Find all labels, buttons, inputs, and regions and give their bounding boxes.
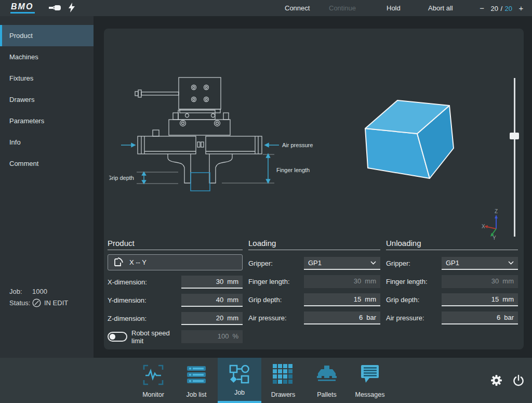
power-icon[interactable] bbox=[512, 374, 525, 387]
axis-indicator: Z X Y bbox=[479, 208, 510, 240]
product-section-title: Product bbox=[108, 239, 243, 250]
job-status-footer: Job: 1000 Status: IN EDIT bbox=[0, 285, 94, 308]
orientation-icon bbox=[113, 257, 123, 267]
status-value: IN EDIT bbox=[44, 299, 68, 307]
unloading-grip-depth-label: Grip depth: bbox=[386, 296, 442, 304]
loading-air-pressure-field[interactable]: 6 bar bbox=[304, 311, 380, 324]
plug-icon bbox=[49, 4, 61, 12]
status-label: Status: bbox=[9, 299, 32, 307]
lightning-icon bbox=[69, 3, 75, 13]
robot-speed-label: Robot speed limit bbox=[131, 329, 177, 345]
job-list-icon bbox=[185, 363, 208, 386]
orientation-button[interactable]: X -- Y bbox=[108, 254, 243, 270]
job-icon bbox=[228, 363, 251, 386]
loading-finger-length-field: 30 mm bbox=[304, 275, 380, 288]
y-dimension-label: Y-dimension: bbox=[108, 296, 181, 304]
robot-speed-toggle[interactable] bbox=[108, 332, 127, 342]
chevron-down-icon bbox=[508, 261, 514, 265]
unloading-air-pressure-field[interactable]: 6 bar bbox=[442, 311, 518, 324]
pallets-icon bbox=[315, 363, 339, 384]
unloading-grip-depth-field[interactable]: 15 mm bbox=[442, 293, 518, 306]
connect-button[interactable]: Connect bbox=[285, 0, 310, 16]
unloading-air-pressure-label: Air pressure: bbox=[386, 314, 442, 322]
loading-finger-length-label: Finger length: bbox=[248, 278, 304, 285]
tab-messages[interactable]: Messages bbox=[348, 358, 392, 403]
sidebar-item-parameters[interactable]: Parameters bbox=[0, 110, 94, 132]
decrement-button[interactable]: − bbox=[478, 4, 486, 12]
zoom-slider-track[interactable] bbox=[514, 78, 515, 237]
finger-length-label: Finger length bbox=[276, 167, 310, 173]
air-pressure-label: Air pressure bbox=[282, 142, 313, 148]
sidebar-item-info[interactable]: Info bbox=[0, 132, 94, 153]
loading-section: Loading Gripper: GP1 Finger length: 30 m… bbox=[248, 239, 380, 324]
tab-drawers[interactable]: Drawers bbox=[261, 358, 305, 403]
gripper-diagram: Air pressure Finger length Grip depth bbox=[109, 65, 327, 200]
x-dimension-label: X-dimension: bbox=[108, 278, 181, 286]
loading-gripper-label: Gripper: bbox=[248, 259, 304, 267]
job-label: Job: bbox=[9, 288, 32, 295]
unloading-gripper-label: Gripper: bbox=[386, 259, 442, 267]
jobs-current: 20 bbox=[491, 5, 498, 12]
unloading-finger-length-label: Finger length: bbox=[386, 278, 442, 285]
job-counter: − 20 / 20 + bbox=[478, 0, 525, 16]
sidebar-item-comment[interactable]: Comment bbox=[0, 153, 94, 174]
product-square bbox=[191, 173, 210, 191]
loading-section-title: Loading bbox=[248, 239, 380, 250]
tab-job-list[interactable]: Job list bbox=[175, 358, 218, 403]
bottom-navbar: Monitor Job list bbox=[0, 358, 532, 403]
orientation-value: X -- Y bbox=[129, 258, 147, 266]
messages-icon bbox=[359, 363, 381, 385]
unloading-section-title: Unloading bbox=[386, 239, 518, 250]
main-panel: Air pressure Finger length Grip depth Z … bbox=[104, 29, 524, 349]
edit-status-icon bbox=[32, 298, 41, 307]
tab-monitor[interactable]: Monitor bbox=[131, 358, 175, 403]
unloading-section: Unloading Gripper: GP1 Finger length: 30… bbox=[386, 239, 518, 324]
tab-job[interactable]: Job bbox=[218, 358, 261, 403]
jobs-total: 20 bbox=[505, 5, 512, 12]
increment-button[interactable]: + bbox=[517, 4, 525, 12]
z-dimension-label: Z-dimension: bbox=[108, 315, 181, 322]
monitor-icon bbox=[142, 363, 165, 386]
sidebar-item-product[interactable]: Product bbox=[0, 25, 94, 46]
z-dimension-field[interactable]: 20 mm bbox=[181, 312, 243, 325]
sidebar: Product Machines Fixtures Drawers Parame… bbox=[0, 16, 94, 358]
bmo-logo: BMO bbox=[10, 2, 35, 14]
axis-x-label: X bbox=[482, 224, 485, 229]
drawers-icon bbox=[272, 363, 294, 385]
zoom-slider-handle[interactable] bbox=[510, 133, 519, 139]
settings-gear-icon[interactable] bbox=[490, 374, 503, 387]
sidebar-item-machines[interactable]: Machines bbox=[0, 46, 94, 68]
topbar: BMO Connect Continue Hold Abort all − 20… bbox=[0, 0, 532, 16]
loading-gripper-dropdown[interactable]: GP1 bbox=[304, 257, 380, 270]
sidebar-item-drawers[interactable]: Drawers bbox=[0, 89, 94, 110]
sidebar-item-fixtures[interactable]: Fixtures bbox=[0, 68, 94, 89]
loading-grip-depth-field[interactable]: 15 mm bbox=[304, 293, 380, 306]
loading-grip-depth-label: Grip depth: bbox=[248, 296, 304, 304]
hold-button[interactable]: Hold bbox=[387, 0, 401, 16]
app-window: BMO Connect Continue Hold Abort all − 20… bbox=[0, 0, 532, 403]
continue-button[interactable]: Continue bbox=[329, 0, 356, 16]
product-section: Product X -- Y X-dimension: 30 mm Y-dime… bbox=[108, 239, 243, 343]
job-value: 1000 bbox=[32, 288, 47, 295]
chevron-down-icon bbox=[370, 261, 376, 265]
product-3d-preview[interactable] bbox=[343, 86, 478, 200]
unloading-finger-length-field: 30 mm bbox=[442, 275, 518, 288]
y-dimension-field[interactable]: 40 mm bbox=[181, 294, 243, 307]
x-dimension-field[interactable]: 30 mm bbox=[181, 276, 243, 289]
abort-all-button[interactable]: Abort all bbox=[428, 0, 453, 16]
tab-pallets[interactable]: Pallets bbox=[305, 358, 349, 403]
axis-z-label: Z bbox=[495, 209, 498, 214]
unloading-gripper-dropdown[interactable]: GP1 bbox=[442, 257, 518, 270]
loading-air-pressure-label: Air pressure: bbox=[248, 314, 304, 322]
robot-speed-field[interactable]: 100 % bbox=[181, 330, 243, 343]
grip-depth-label: Grip depth bbox=[109, 175, 134, 181]
